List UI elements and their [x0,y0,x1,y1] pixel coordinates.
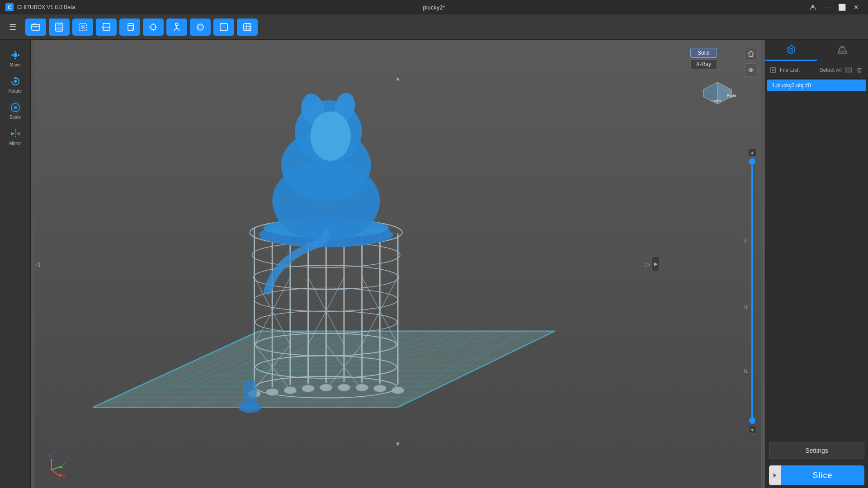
hollow-button[interactable] [190,19,211,36]
file-item[interactable]: 1.plucky2.obj #0 [767,80,866,91]
file-icon [770,67,776,73]
copy-button[interactable] [119,19,140,36]
toolbar: ☰ [0,14,868,40]
slider-quarter-label: ¼ [743,238,748,244]
select-all-label[interactable]: Select All [820,67,842,73]
open-button[interactable] [25,19,46,36]
slice-button[interactable]: Slice [781,465,864,485]
svg-point-105 [338,384,350,391]
repair-button[interactable] [213,19,234,36]
settings-panel-tab[interactable] [765,40,817,61]
slider-thumb-top[interactable] [749,158,755,164]
scale-tool-label: Scale [9,115,21,120]
svg-rect-118 [243,380,257,409]
titlebar-left: C CHITUBOX V1.8.0 Beta [5,3,75,11]
view-mode-panel: Solid X-Ray [690,48,717,69]
svg-text:Front: Front [712,99,721,103]
svg-point-108 [392,387,404,394]
mirror-tool-button[interactable]: Mirror [4,125,27,148]
main-layout: Move Rotate Scale [0,40,868,488]
x-axis-label: X [63,474,65,479]
delete-file-button[interactable] [855,66,863,74]
right-panel-tabs [765,40,868,61]
svg-point-104 [320,384,332,391]
svg-point-103 [302,385,315,392]
slider-up-button[interactable]: ▲ [748,148,756,156]
left-sidebar: Move Rotate Scale [0,40,31,488]
file-list-header: File List: Select All [765,61,868,79]
svg-text:C: C [8,5,11,10]
spacer [765,258,868,438]
svg-line-126 [52,470,61,477]
move-tool-button[interactable]: Move [4,46,27,70]
svg-rect-9 [128,25,133,31]
svg-rect-21 [244,23,251,31]
expand-panel-button[interactable]: ▶ [652,257,659,271]
nav-down-button[interactable]: ▼ [395,441,401,447]
svg-point-18 [198,25,202,29]
xray-mode-button[interactable]: X-Ray [690,59,717,69]
svg-rect-8 [81,25,85,29]
svg-rect-3 [32,24,40,30]
close-button[interactable]: ✕ [850,3,863,12]
scale-tool-button[interactable]: Scale [4,99,27,122]
slider-threequarter-label: ¾ [743,368,748,375]
maximize-button[interactable]: ⬜ [835,3,848,12]
nav-left-button[interactable]: ◁ [35,261,40,267]
height-slider: ▲ ¼ ½ ¾ ▼ [748,148,757,434]
viewport[interactable]: ▲ ▼ ◁ ▷ Front Right Solid X-Ray [31,40,765,488]
orientation-cube[interactable]: Front Right [699,79,736,116]
file-list: 1.plucky2.obj #0 [765,79,868,258]
svg-point-27 [14,80,17,83]
nav-right-button[interactable]: ▷ [646,261,650,267]
file-list-label: File List: [780,67,816,73]
axis-indicator: X Y Z [38,452,65,479]
slider-thumb-bottom[interactable] [749,418,755,424]
y-axis-label: Y [62,462,65,466]
slider-half-label: ½ [743,304,748,310]
slider-fill [751,158,753,424]
svg-rect-10 [151,25,156,29]
svg-point-15 [175,23,178,26]
supports-button[interactable] [166,19,187,36]
rotate-tool-label: Rotate [9,89,22,94]
center-button[interactable] [143,19,164,36]
svg-text:Right: Right [727,94,736,98]
solid-mode-button[interactable]: Solid [690,48,717,58]
move-tool-label: Move [9,62,20,67]
rotate-tool-button[interactable]: Rotate [4,72,27,96]
svg-line-20 [220,23,227,31]
move-layout-button[interactable] [96,19,117,36]
nav-up-button[interactable]: ▲ [395,75,401,82]
svg-point-116 [311,112,351,161]
window-title: plucky2* [423,4,445,11]
right-panel: File List: Select All 1.plucky2.obj #0 S… [765,40,868,488]
slice-area: Slice [769,465,864,485]
svg-point-26 [14,53,17,57]
select-all-checkbox[interactable] [845,67,852,73]
slice-options-button[interactable] [769,465,781,485]
home-view-button[interactable] [744,47,758,61]
svg-marker-131 [50,459,53,461]
svg-point-106 [356,384,368,391]
svg-point-17 [197,24,203,30]
minimize-button[interactable]: — [821,3,834,12]
svg-point-102 [284,387,297,394]
slider-down-button[interactable]: ▼ [748,426,756,434]
app-icon: C [5,3,14,11]
svg-rect-6 [57,27,62,30]
titlebar: C CHITUBOX V1.8.0 Beta plucky2* — ⬜ ✕ [0,0,868,14]
svg-point-101 [266,389,278,396]
eye-view-button[interactable] [744,63,758,77]
svg-rect-5 [57,23,61,26]
slice-toolbar-button[interactable] [237,19,258,36]
settings-button[interactable]: Settings [769,442,864,459]
menu-toggle-button[interactable]: ☰ [5,19,20,36]
save-button[interactable] [49,19,70,36]
svg-point-132 [790,48,793,51]
profile-button[interactable] [807,3,819,12]
select-button[interactable] [72,19,93,36]
models-panel-tab[interactable] [817,40,868,61]
svg-point-28 [14,106,17,109]
z-axis-label: Z [49,454,52,458]
